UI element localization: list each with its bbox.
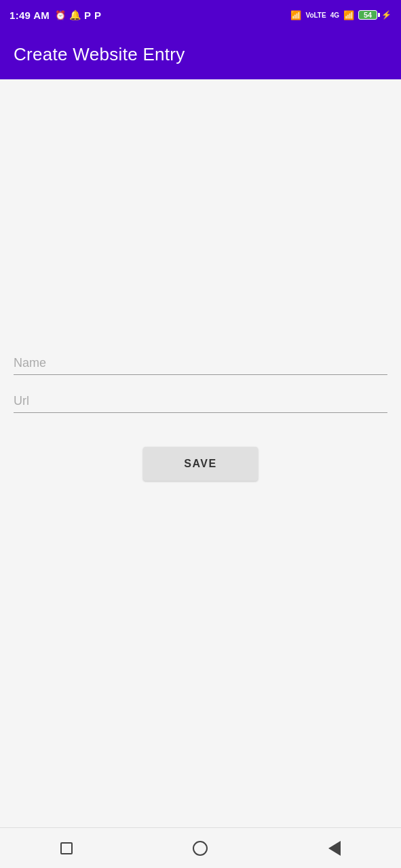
back-icon [328,841,341,856]
url-input[interactable] [14,389,387,413]
home-icon [193,841,208,856]
alarm-icon: ⏰ [55,10,66,20]
bottom-nav [0,827,401,868]
battery-container: 54 [358,10,377,20]
notification-icon: 🔔 [69,9,81,20]
charging-icon: ⚡ [381,10,392,20]
page-title: Create Website Entry [14,44,185,65]
top-spacer [14,79,387,351]
battery-level: 54 [364,11,372,19]
status-bar-left: 1:49 AM ⏰ 🔔 P P [9,9,101,21]
status-icons: ⏰ 🔔 P P [55,9,101,21]
status-bar-right: 📶 VoLTE 4G 📶 54 ⚡ [290,10,392,20]
app-bar: Create Website Entry [0,30,401,79]
home-button[interactable] [187,835,213,861]
volte-icon: VoLTE [305,12,326,19]
recent-apps-icon [60,842,73,854]
name-input[interactable] [14,351,387,375]
status-time: 1:49 AM [9,9,50,21]
4g-icon: 4G [330,12,339,19]
wifi-icon: 📶 [290,10,301,20]
pay-icon-1: P [84,9,91,21]
url-field-container [14,389,387,413]
save-button-container: SAVE [14,447,387,481]
main-content: SAVE [0,79,401,827]
status-bar: 1:49 AM ⏰ 🔔 P P 📶 VoLTE 4G 📶 54 ⚡ [0,0,401,30]
name-field-container [14,351,387,375]
battery-icon: 54 [358,10,377,20]
signal-bars-icon: 📶 [343,10,354,20]
back-button[interactable] [323,835,346,861]
recent-apps-button[interactable] [55,837,78,860]
pay-icon-2: P [94,9,101,21]
save-button[interactable]: SAVE [143,447,257,481]
